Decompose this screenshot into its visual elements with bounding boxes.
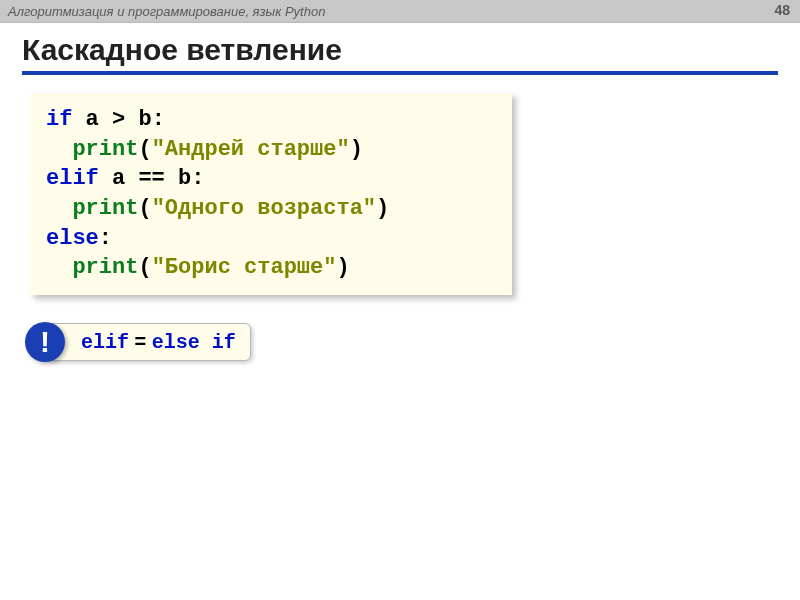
fn-print2: print [72,196,138,221]
note-row: ! elif = else if [46,323,800,361]
page-number: 48 [774,2,790,18]
note-if: if [212,331,236,354]
kw-else: else [46,226,99,251]
course-title: Алгоритмизация и программирование, язык … [8,4,792,19]
lpar: ( [138,137,151,162]
attention-icon: ! [25,322,65,362]
op-gt: > [99,107,139,132]
note-eq: = [129,330,152,352]
fn-print3: print [72,255,138,280]
note-elif: elif [81,331,129,354]
header-bar: Алгоритмизация и программирование, язык … [0,0,800,23]
indent3 [46,255,72,280]
rpar2: ) [376,196,389,221]
slide-title: Каскадное ветвление [22,33,778,75]
rpar3: ) [336,255,349,280]
var-b: b [138,107,151,132]
slide: Алгоритмизация и программирование, язык … [0,0,800,600]
fn-print: print [72,137,138,162]
kw-elif: elif [46,166,99,191]
str-boris: "Борис старше" [152,255,337,280]
str-same-age: "Одного возраста" [152,196,376,221]
heading-wrap: Каскадное ветвление [0,23,800,75]
colon: : [152,107,165,132]
str-andrei: "Андрей старше" [152,137,350,162]
rpar: ) [350,137,363,162]
kw-if: if [46,107,72,132]
lpar2: ( [138,196,151,221]
var-b2: b [178,166,191,191]
op-eq: == [125,166,178,191]
colon2: : [191,166,204,191]
note-else: else [152,331,200,354]
indent [46,137,72,162]
var-a2: a [112,166,125,191]
indent2 [46,196,72,221]
colon3: : [99,226,112,251]
code-example: if a > b: print("Андрей старше") elif a … [30,93,512,295]
lpar3: ( [138,255,151,280]
note-pill: ! elif = else if [46,323,251,361]
var-a: a [86,107,99,132]
